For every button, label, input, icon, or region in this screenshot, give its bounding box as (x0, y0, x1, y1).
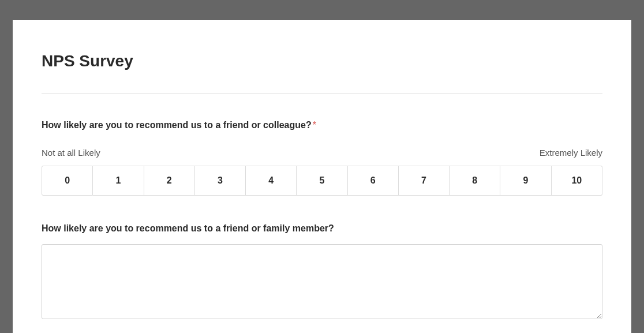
scale-labels: Not at all Likely Extremely Likely (42, 148, 602, 158)
question-2-textarea[interactable] (42, 244, 602, 319)
scale-option-9[interactable]: 9 (500, 166, 551, 196)
scale-option-5[interactable]: 5 (297, 166, 347, 196)
scale-option-2[interactable]: 2 (144, 166, 195, 196)
scale-option-10[interactable]: 10 (552, 166, 602, 196)
page-title: NPS Survey (42, 52, 602, 70)
required-marker: * (313, 120, 316, 130)
scale-option-6[interactable]: 6 (348, 166, 399, 196)
survey-page: NPS Survey How likely are you to recomme… (13, 20, 631, 333)
scale-max-label: Extremely Likely (540, 148, 602, 158)
scale-option-1[interactable]: 1 (93, 166, 144, 196)
question-2: How likely are you to recommend us to a … (42, 223, 602, 234)
scale-option-4[interactable]: 4 (246, 166, 297, 196)
divider (42, 93, 602, 94)
nps-scale: 0 1 2 3 4 5 6 7 8 9 10 (42, 166, 602, 196)
scale-option-8[interactable]: 8 (450, 166, 500, 196)
question-1-text: How likely are you to recommend us to a … (42, 120, 312, 130)
scale-min-label: Not at all Likely (42, 148, 100, 158)
scale-option-0[interactable]: 0 (42, 166, 93, 196)
question-1: How likely are you to recommend us to a … (42, 120, 602, 130)
scale-option-3[interactable]: 3 (195, 166, 246, 196)
scale-option-7[interactable]: 7 (399, 166, 450, 196)
